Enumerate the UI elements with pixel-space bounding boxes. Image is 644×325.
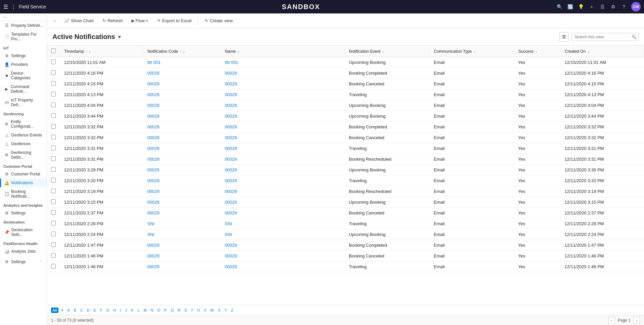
- notification-code-link[interactable]: 00029: [147, 167, 159, 172]
- col-notification-code[interactable]: Notification Code ↑ ⌄: [143, 46, 221, 57]
- notification-code-link[interactable]: 00029: [147, 157, 159, 162]
- cell-notification-code[interactable]: 00029: [143, 154, 221, 165]
- filter-button[interactable]: ☰: [559, 32, 569, 42]
- name-link[interactable]: 00029: [225, 135, 237, 140]
- search-nav-icon[interactable]: 🔍: [556, 3, 563, 10]
- row-checkbox[interactable]: [51, 103, 56, 107]
- row-checkbox[interactable]: [51, 113, 56, 118]
- name-link[interactable]: 00029: [225, 146, 237, 151]
- name-link[interactable]: 00029: [225, 167, 237, 172]
- page-title-dropdown-icon[interactable]: ▼: [117, 34, 122, 40]
- alpha-item-#[interactable]: #: [60, 308, 65, 313]
- alpha-item-j[interactable]: J: [124, 308, 128, 313]
- refresh-nav-icon[interactable]: 🔃: [567, 3, 573, 10]
- cell-notification-code[interactable]: 00029: [143, 100, 221, 111]
- hamburger-icon[interactable]: ☰: [3, 4, 8, 10]
- cell-name[interactable]: 00029: [221, 197, 345, 208]
- name-link[interactable]: 00029: [225, 124, 237, 129]
- sidebar-item-customer-portal[interactable]: ⚙ Customer Portal: [0, 170, 47, 178]
- cell-notification-code[interactable]: 00029: [143, 111, 221, 122]
- cell-notification-code[interactable]: SNI: [143, 218, 221, 229]
- cell-notification-code[interactable]: 00029: [143, 68, 221, 79]
- sidebar-item-settings-iot[interactable]: ⚙ Settings: [0, 51, 47, 60]
- notification-code-link[interactable]: 00029: [147, 264, 159, 269]
- cell-name[interactable]: 00029: [221, 208, 345, 218]
- cell-name[interactable]: 00029: [221, 122, 345, 132]
- cell-name[interactable]: SNI: [221, 229, 345, 240]
- col-success[interactable]: Success ⌄: [514, 46, 560, 57]
- sidebar-item-property-def[interactable]: ☰ Property Definiti...: [0, 21, 47, 30]
- alpha-item-n[interactable]: N: [149, 308, 155, 313]
- name-link[interactable]: 00029: [225, 189, 237, 194]
- alpha-item-k[interactable]: K: [130, 308, 135, 313]
- name-link[interactable]: 00029: [225, 157, 237, 162]
- alpha-item-l[interactable]: L: [136, 308, 141, 313]
- col-created-on[interactable]: Created On ⌄: [561, 46, 644, 57]
- cell-notification-code[interactable]: 00029: [143, 240, 221, 251]
- col-name[interactable]: Name ⌄: [221, 46, 345, 57]
- settings-collapse-icon[interactable]: ⌃: [38, 259, 43, 265]
- row-checkbox[interactable]: [51, 59, 56, 64]
- sidebar-item-providers[interactable]: 👤 Providers: [0, 60, 47, 69]
- cell-notification-code[interactable]: 00029: [143, 261, 221, 272]
- notification-code-link[interactable]: 00029: [147, 178, 159, 183]
- notification-code-link[interactable]: 00029: [147, 103, 159, 108]
- search-input[interactable]: [571, 33, 639, 41]
- notification-code-link[interactable]: 00029: [147, 189, 159, 194]
- sidebar-item-device-categories[interactable]: ■ Device Categories: [0, 69, 47, 82]
- cell-notification-code[interactable]: 00029: [143, 79, 221, 89]
- cell-notification-code[interactable]: 00029: [143, 132, 221, 143]
- alpha-item-i[interactable]: I: [119, 308, 122, 313]
- cell-notification-code[interactable]: 00029: [143, 165, 221, 175]
- row-checkbox[interactable]: [51, 199, 56, 204]
- notification-code-link[interactable]: 00029: [147, 243, 159, 248]
- filter-nav-icon[interactable]: ☰: [599, 3, 606, 10]
- notification-code-link[interactable]: tttt 001: [147, 60, 161, 65]
- cell-notification-code[interactable]: 00029: [143, 186, 221, 197]
- sidebar-item-settings-bottom[interactable]: ⚙ Settings ⌃: [0, 257, 47, 267]
- row-checkbox[interactable]: [51, 178, 56, 182]
- row-checkbox[interactable]: [51, 210, 56, 215]
- apps-grid-icon[interactable]: ⋮: [11, 4, 16, 10]
- col-communication-type[interactable]: Communication Type ⌄: [430, 46, 514, 57]
- alpha-item-t[interactable]: T: [189, 308, 195, 313]
- alpha-item-o[interactable]: O: [156, 308, 162, 313]
- name-link[interactable]: 00029: [225, 264, 237, 269]
- cell-name[interactable]: 00029: [221, 165, 345, 175]
- next-page-button[interactable]: ›: [633, 317, 640, 324]
- prev-page-button[interactable]: ‹: [608, 317, 615, 324]
- row-checkbox[interactable]: [51, 253, 56, 258]
- name-link[interactable]: 00029: [225, 243, 237, 248]
- settings-nav-icon[interactable]: ⚙: [610, 3, 616, 10]
- cell-name[interactable]: 00029: [221, 251, 345, 261]
- cell-name[interactable]: 00029: [221, 111, 345, 122]
- alpha-item-p[interactable]: P: [163, 308, 168, 313]
- cell-name[interactable]: 00029: [221, 186, 345, 197]
- row-checkbox[interactable]: [51, 135, 56, 139]
- cell-name[interactable]: 00029: [221, 175, 345, 186]
- cell-name[interactable]: 00029: [221, 89, 345, 100]
- alpha-item-d[interactable]: D: [86, 308, 91, 313]
- alpha-item-h[interactable]: H: [112, 308, 117, 313]
- create-view-button[interactable]: ✎ Create view: [201, 16, 237, 25]
- sidebar-item-geofence-events[interactable]: △ Geofence Events: [0, 131, 47, 139]
- cell-name[interactable]: 00029: [221, 132, 345, 143]
- notification-code-link[interactable]: 00029: [147, 253, 159, 258]
- notification-code-link[interactable]: 00029: [147, 210, 159, 215]
- sidebar-item-iot-property[interactable]: 🗃 IoT Property Defi...: [0, 96, 47, 109]
- alpha-item-z[interactable]: Z: [229, 308, 234, 313]
- alpha-item-b[interactable]: B: [73, 308, 78, 313]
- name-link[interactable]: SNI: [225, 232, 232, 237]
- cell-notification-code[interactable]: tttt 001: [143, 57, 221, 68]
- row-checkbox[interactable]: [51, 156, 56, 161]
- notification-code-link[interactable]: SNI: [147, 221, 155, 226]
- col-notification-event[interactable]: Notification Event ⌄: [345, 46, 430, 57]
- cell-notification-code[interactable]: SNI: [143, 229, 221, 240]
- cell-notification-code[interactable]: 00029: [143, 251, 221, 261]
- back-button[interactable]: ←: [51, 16, 59, 25]
- alpha-item-r[interactable]: R: [176, 308, 182, 313]
- alpha-item-w[interactable]: W: [209, 308, 215, 313]
- name-link[interactable]: 00029: [225, 200, 237, 205]
- alpha-item-c[interactable]: C: [79, 308, 84, 313]
- row-checkbox[interactable]: [51, 124, 56, 129]
